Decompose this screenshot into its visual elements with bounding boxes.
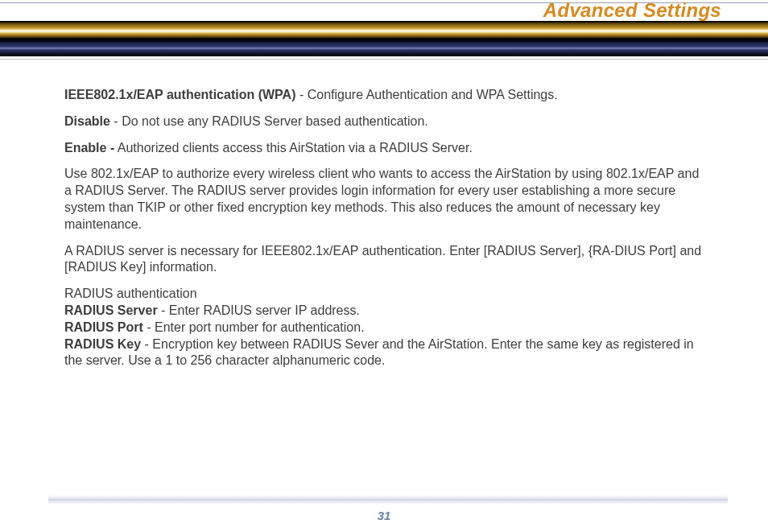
page-number: 31 [0, 509, 768, 522]
page-header: Advanced Settings [0, 0, 768, 60]
header-bar-dark [0, 39, 768, 56]
body-content: IEEE802.1x/EAP authentication (WPA) - Co… [64, 87, 708, 379]
header-bar-gold [0, 21, 768, 39]
label-radius-key: RADIUS Key [64, 337, 141, 351]
line-radius-auth: RADIUS authentication [64, 286, 708, 303]
line-radius-server: RADIUS Server - Enter RADIUS server IP a… [64, 303, 708, 320]
para-enable: Enable - Authorized clients access this … [64, 140, 708, 157]
text-radius-key: - Encryption key between RADIUS Sever an… [64, 337, 694, 368]
label-enable: Enable - [64, 141, 114, 155]
page-footer: 31 [0, 500, 768, 532]
text-radius-server: - Enter RADIUS server IP address. [158, 303, 360, 317]
line-radius-port: RADIUS Port - Enter port number for auth… [64, 320, 708, 336]
footer-rule [48, 495, 728, 505]
label-radius-server: RADIUS Server [64, 303, 158, 317]
label-radius-port: RADIUS Port [64, 320, 143, 334]
text-ieee-wpa: - Configure Authentication and WPA Setti… [295, 88, 557, 101]
text-enable: Authorized clients access this AirStatio… [114, 141, 473, 155]
para-radius-necessary: A RADIUS server is necessary for IEEE802… [64, 243, 708, 277]
para-use-eap: Use 802.1x/EAP to authorize every wirele… [64, 166, 708, 233]
label-ieee-wpa: IEEE802.1x/EAP authentication (WPA) [64, 88, 295, 101]
para-ieee-wpa: IEEE802.1x/EAP authentication (WPA) - Co… [64, 87, 708, 104]
label-disable: Disable [64, 114, 110, 128]
header-rule-bottom [0, 59, 768, 60]
text-disable: - Do not use any RADIUS Server based aut… [110, 114, 428, 128]
page-title: Advanced Settings [543, 0, 721, 22]
document-page: Advanced Settings IEEE802.1x/EAP authent… [0, 0, 768, 532]
para-disable: Disable - Do not use any RADIUS Server b… [64, 113, 708, 130]
line-radius-key: RADIUS Key - Encryption key between RADI… [64, 336, 708, 370]
text-radius-port: - Enter port number for authentication. [143, 320, 365, 334]
